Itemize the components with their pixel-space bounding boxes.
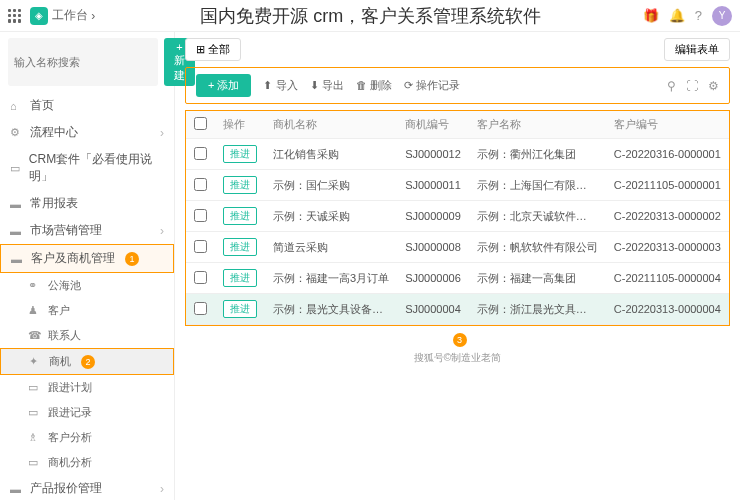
- nav-label: 流程中心: [30, 124, 78, 141]
- push-button[interactable]: 推进: [223, 145, 257, 163]
- nav-label: 市场营销管理: [30, 222, 102, 239]
- fullscreen-icon[interactable]: ⛶: [686, 79, 698, 93]
- push-button[interactable]: 推进: [223, 269, 257, 287]
- log-button[interactable]: ⟳ 操作记录: [404, 78, 460, 93]
- select-all[interactable]: [194, 117, 207, 130]
- apps-icon[interactable]: [8, 9, 22, 23]
- export-button[interactable]: ⬇ 导出: [310, 78, 344, 93]
- nav-badge: 2: [81, 355, 95, 369]
- sidebar-item-12[interactable]: ♗客户分析: [0, 425, 174, 450]
- sidebar-item-11[interactable]: ▭跟进记录: [0, 400, 174, 425]
- nav-label: 常用报表: [30, 195, 78, 212]
- cell-ccode: C-20211105-0000004: [606, 263, 729, 294]
- table-row[interactable]: 推进示例：福建一高3月订单SJ0000006示例：福建一高集团C-2021110…: [186, 263, 730, 294]
- push-button[interactable]: 推进: [223, 238, 257, 256]
- row-check[interactable]: [194, 209, 207, 222]
- sidebar-item-2[interactable]: ▭CRM套件「必看使用说明」: [0, 146, 174, 190]
- nav-icon: ▬: [11, 253, 25, 265]
- delete-button[interactable]: 🗑 删除: [356, 78, 392, 93]
- nav-icon: ▭: [28, 381, 42, 394]
- sidebar-item-14[interactable]: ▬产品报价管理›: [0, 475, 174, 500]
- row-check[interactable]: [194, 178, 207, 191]
- row-check[interactable]: [194, 147, 207, 160]
- sidebar-item-0[interactable]: ⌂首页: [0, 92, 174, 119]
- filter-icon[interactable]: ⚲: [667, 79, 676, 93]
- sidebar-item-5[interactable]: ▬客户及商机管理1: [0, 244, 174, 273]
- nav-label: 公海池: [48, 278, 81, 293]
- nav-icon: ▭: [28, 456, 42, 469]
- cell-name: 示例：天诚采购: [265, 201, 397, 232]
- cell-code: SJ0000006: [397, 263, 469, 294]
- bell-icon[interactable]: 🔔: [669, 8, 685, 23]
- sidebar-item-8[interactable]: ☎联系人: [0, 323, 174, 348]
- cell-name: 示例：国仁采购: [265, 170, 397, 201]
- sidebar-item-10[interactable]: ▭跟进计划: [0, 375, 174, 400]
- cell-ccode: C-20220313-0000002: [606, 201, 729, 232]
- help-icon[interactable]: ?: [695, 8, 702, 23]
- table-row[interactable]: 推进江化销售采购SJ0000012示例：衢州江化集团C-20220316-000…: [186, 139, 730, 170]
- chevron-right-icon: ›: [88, 9, 99, 23]
- cell-cust: 示例：福建一高集团: [469, 263, 606, 294]
- nav-icon: ▬: [10, 198, 24, 210]
- push-button[interactable]: 推进: [223, 207, 257, 225]
- sidebar-item-4[interactable]: ▬市场营销管理›: [0, 217, 174, 244]
- table-row[interactable]: 推进示例：天诚采购SJ0000009示例：北京天诚软件…C-20220313-0…: [186, 201, 730, 232]
- nav-icon: ▬: [10, 225, 24, 237]
- cell-name: 示例：福建一高3月订单: [265, 263, 397, 294]
- cell-name: 江化销售采购: [265, 139, 397, 170]
- avatar[interactable]: Y: [712, 6, 732, 26]
- cell-contact: 示例：刘晨: [729, 294, 730, 325]
- cell-contact: 示例：王立: [729, 232, 730, 263]
- cell-contact: 示例：李清海: [729, 201, 730, 232]
- import-button[interactable]: ⬆ 导入: [263, 78, 297, 93]
- table-row[interactable]: 推进示例：晨光文具设备…SJ0000004示例：浙江晨光文具…C-2022031…: [186, 294, 730, 325]
- chevron-right-icon: ›: [160, 224, 164, 238]
- sidebar-item-6[interactable]: ⚭公海池: [0, 273, 174, 298]
- nav-label: 客户分析: [48, 430, 92, 445]
- breadcrumb[interactable]: 工作台: [52, 7, 88, 24]
- sidebar-item-9[interactable]: ✦商机2: [0, 348, 174, 375]
- nav-icon: ⚙: [10, 126, 24, 139]
- nav-icon: ♟: [28, 304, 42, 317]
- footer-credit: 搜狐号©制造业老简: [175, 347, 740, 369]
- col-header: 商机编号: [397, 111, 469, 139]
- nav-icon: ⚭: [28, 279, 42, 292]
- table-row[interactable]: 推进示例：国仁采购SJ0000011示例：上海国仁有限…C-20211105-0…: [186, 170, 730, 201]
- sidebar-item-1[interactable]: ⚙流程中心›: [0, 119, 174, 146]
- table-row[interactable]: 推进简道云采购SJ0000008示例：帆软软件有限公司C-20220313-00…: [186, 232, 730, 263]
- cell-code: SJ0000012: [397, 139, 469, 170]
- nav-icon: ☎: [28, 329, 42, 342]
- sidebar-item-7[interactable]: ♟客户: [0, 298, 174, 323]
- sidebar-item-3[interactable]: ▬常用报表: [0, 190, 174, 217]
- nav-label: 客户及商机管理: [31, 250, 115, 267]
- nav-label: 首页: [30, 97, 54, 114]
- nav-icon: ▭: [10, 162, 23, 175]
- cell-contact: 示例：王宁: [729, 263, 730, 294]
- nav-label: 商机分析: [48, 455, 92, 470]
- gift-icon[interactable]: 🎁: [643, 8, 659, 23]
- nav-icon: ♗: [28, 431, 42, 444]
- row-check[interactable]: [194, 271, 207, 284]
- nav-icon: ▭: [28, 406, 42, 419]
- cell-code: SJ0000004: [397, 294, 469, 325]
- sidebar-item-13[interactable]: ▭商机分析: [0, 450, 174, 475]
- view-all-button[interactable]: ⊞ 全部: [185, 38, 241, 61]
- row-check[interactable]: [194, 302, 207, 315]
- add-button[interactable]: + 添加: [196, 74, 251, 97]
- nav-badge: 1: [125, 252, 139, 266]
- row-check[interactable]: [194, 240, 207, 253]
- cell-ccode: C-20211105-0000001: [606, 170, 729, 201]
- badge-3: 3: [453, 333, 467, 347]
- cell-code: SJ0000009: [397, 201, 469, 232]
- chevron-right-icon: ›: [160, 126, 164, 140]
- push-button[interactable]: 推进: [223, 176, 257, 194]
- cell-cust: 示例：上海国仁有限…: [469, 170, 606, 201]
- search-input[interactable]: [8, 38, 158, 86]
- settings-icon[interactable]: ⚙: [708, 79, 719, 93]
- push-button[interactable]: 推进: [223, 300, 257, 318]
- col-header: 商机名称: [265, 111, 397, 139]
- cell-cust: 示例：北京天诚软件…: [469, 201, 606, 232]
- nav-icon: ✦: [29, 355, 43, 368]
- cell-name: 示例：晨光文具设备…: [265, 294, 397, 325]
- edit-form-button[interactable]: 编辑表单: [664, 38, 730, 61]
